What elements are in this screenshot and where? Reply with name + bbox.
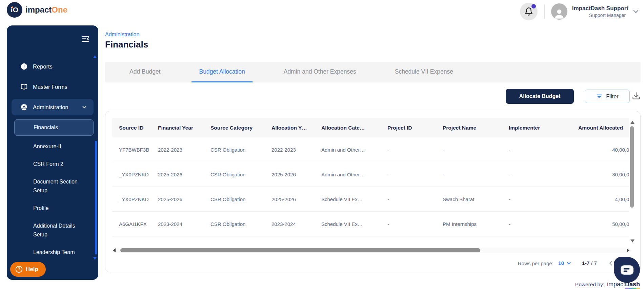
table-cell: 2025-2026 bbox=[158, 196, 210, 202]
table-cell: 2025-2026 bbox=[158, 172, 210, 177]
tab-budget-allocation[interactable]: Budget Allocation bbox=[192, 62, 252, 82]
table-vertical-scrollbar-thumb[interactable] bbox=[630, 126, 634, 208]
user-menu-chevron-down-icon[interactable] bbox=[632, 7, 640, 16]
table-cell: 2022-2023 bbox=[271, 147, 321, 153]
chat-bubble-icon bbox=[620, 265, 634, 275]
avatar[interactable] bbox=[551, 3, 567, 20]
sidebar-subitem-leadership-team[interactable]: Leadership Team bbox=[7, 244, 98, 261]
sidebar-subitem-additional-details-setup[interactable]: Additional Details Setup bbox=[7, 217, 98, 244]
table-cell: - bbox=[509, 221, 578, 227]
table-cell: - bbox=[509, 172, 578, 177]
scroll-right-arrow[interactable] bbox=[627, 248, 629, 252]
table-cell: 2023-2024 bbox=[271, 221, 321, 227]
table-row[interactable]: _YX0PZNKD2025-2026CSR Obligation2025-202… bbox=[112, 162, 629, 187]
table-row[interactable]: _YX0PZNKD2025-2026CSR Obligation2025-202… bbox=[112, 187, 629, 212]
chat-widget-button[interactable] bbox=[614, 257, 640, 283]
column-header-allocation-cate: Allocation Cate… bbox=[321, 125, 387, 131]
help-label: Help bbox=[26, 266, 38, 273]
sidebar-scrollbar-thumb[interactable] bbox=[95, 141, 97, 254]
filter-button[interactable]: Filter bbox=[585, 90, 630, 103]
sidebar-item-reports[interactable]: Reports bbox=[7, 56, 98, 77]
table-cell: Admin and Other… bbox=[321, 172, 387, 177]
table-horizontal-scrollbar[interactable] bbox=[112, 248, 631, 253]
table-cell: Schedule VII Ex… bbox=[321, 221, 387, 227]
column-header-amount-allocated: Amount Allocated bbox=[578, 125, 629, 131]
alert-circle-icon bbox=[20, 63, 28, 70]
table-cell: CSR Obligation bbox=[210, 172, 271, 177]
sidebar-scroll-up-arrow[interactable] bbox=[93, 55, 97, 58]
table-row[interactable]: YF7BWBF3B2022-2023CSR Obligation2022-202… bbox=[112, 137, 629, 162]
help-button[interactable]: Help bbox=[10, 262, 46, 277]
allocate-budget-button[interactable]: Allocate Budget bbox=[506, 89, 574, 104]
table-cell: 4,00,000 bbox=[578, 196, 629, 202]
column-header-allocation-y: Allocation Y… bbox=[271, 125, 321, 131]
sidebar-scroll-down-arrow[interactable] bbox=[93, 257, 97, 260]
question-circle-icon bbox=[15, 266, 23, 273]
person-icon bbox=[552, 7, 566, 20]
powered-by-label: Powered by: bbox=[575, 282, 604, 288]
table-horizontal-scrollbar-thumb[interactable] bbox=[120, 248, 480, 252]
notifications-button[interactable] bbox=[520, 3, 538, 20]
book-icon bbox=[20, 83, 28, 91]
tabbar: Add BudgetBudget AllocationAdmin and Oth… bbox=[105, 62, 641, 82]
table: Source IDFinancial YearSource CategoryAl… bbox=[112, 118, 629, 236]
table-cell: 2023-2024 bbox=[158, 221, 210, 227]
column-header-financial-year: Financial Year bbox=[158, 125, 210, 131]
rows-per-page-value: 10 bbox=[558, 260, 564, 266]
breadcrumb[interactable]: Administration bbox=[105, 32, 139, 38]
bell-icon bbox=[524, 7, 533, 16]
table-cell: 2025-2026 bbox=[271, 196, 321, 202]
table-cell: Schedule VII Ex… bbox=[321, 196, 387, 202]
logo-dot bbox=[12, 6, 13, 8]
tab-admin-and-other-expenses[interactable]: Admin and Other Expenses bbox=[276, 62, 364, 82]
table-row[interactable]: A6GAI1KFX2023-2024CSR Obligation2023-202… bbox=[112, 212, 629, 236]
table-body: YF7BWBF3B2022-2023CSR Obligation2022-202… bbox=[112, 137, 629, 236]
download-icon[interactable] bbox=[632, 92, 641, 100]
table-cell: 2022-2023 bbox=[158, 147, 210, 153]
wheel-icon bbox=[20, 103, 28, 111]
sidebar-subitem-csr-form-2[interactable]: CSR Form 2 bbox=[7, 155, 98, 173]
sidebar-subitem-financials[interactable]: Financials bbox=[14, 119, 94, 136]
rows-per-page-label: Rows per page: bbox=[518, 261, 554, 266]
chevron-down-icon bbox=[81, 104, 87, 110]
sidebar-subitem-document-section-setup[interactable]: Document Section Setup bbox=[7, 173, 98, 199]
pagination-range: 1-7 / 7 bbox=[582, 260, 597, 266]
table-cell: YF7BWBF3B bbox=[119, 147, 158, 153]
sidebar-collapse-icon[interactable] bbox=[81, 35, 89, 43]
rows-per-page-select[interactable]: 10 bbox=[558, 260, 572, 266]
table-cell: Swach Bharat bbox=[443, 196, 509, 202]
table-scroll-up-arrow[interactable] bbox=[630, 121, 635, 124]
table-cell: - bbox=[443, 147, 509, 153]
sidebar-subitem-annexure-ii[interactable]: Annexure-II bbox=[7, 138, 98, 155]
app-logo[interactable]: iO impactOne bbox=[7, 2, 67, 18]
sidebar-item-label: Master Forms bbox=[33, 84, 67, 90]
table-header-row: Source IDFinancial YearSource CategoryAl… bbox=[112, 118, 629, 137]
table-cell: - bbox=[509, 196, 578, 202]
table-cell: 40,00,000 bbox=[578, 147, 629, 153]
previous-page-chevron-icon[interactable] bbox=[607, 259, 615, 267]
scroll-left-arrow[interactable] bbox=[113, 248, 116, 252]
table-cell: _YX0PZNKD bbox=[119, 172, 158, 177]
logo-circle-icon: iO bbox=[7, 2, 22, 18]
sidebar-item-master-forms[interactable]: Master Forms bbox=[7, 77, 98, 97]
user-name: ImpactDash Support bbox=[572, 5, 628, 12]
tab-add-budget[interactable]: Add Budget bbox=[122, 62, 168, 82]
sidebar-item-administration[interactable]: Administration bbox=[12, 99, 94, 115]
sidebar-item-label: Reports bbox=[33, 63, 53, 70]
sidebar-subitem-profile[interactable]: Profile bbox=[7, 199, 98, 217]
sidebar-item-label: Administration bbox=[33, 104, 68, 111]
column-header-source-id: Source ID bbox=[119, 125, 158, 131]
table-scroll-down-arrow[interactable] bbox=[630, 239, 635, 243]
table-cell: - bbox=[443, 172, 509, 177]
tab-schedule-vii-expense[interactable]: Schedule VII Expense bbox=[387, 62, 461, 82]
table-cell: CSR Obligation bbox=[210, 221, 271, 227]
column-header-project-name: Project Name bbox=[443, 125, 509, 131]
table-cell: A6GAI1KFX bbox=[119, 221, 158, 227]
filter-icon bbox=[596, 93, 603, 100]
sidebar: ReportsMaster FormsAdministration Financ… bbox=[7, 25, 98, 280]
notification-badge bbox=[531, 4, 536, 8]
table-cell: CSR Obligation bbox=[210, 196, 271, 202]
filter-label: Filter bbox=[606, 93, 619, 100]
table-cell: _YX0PZNKD bbox=[119, 196, 158, 202]
chevron-down-icon bbox=[566, 260, 572, 266]
